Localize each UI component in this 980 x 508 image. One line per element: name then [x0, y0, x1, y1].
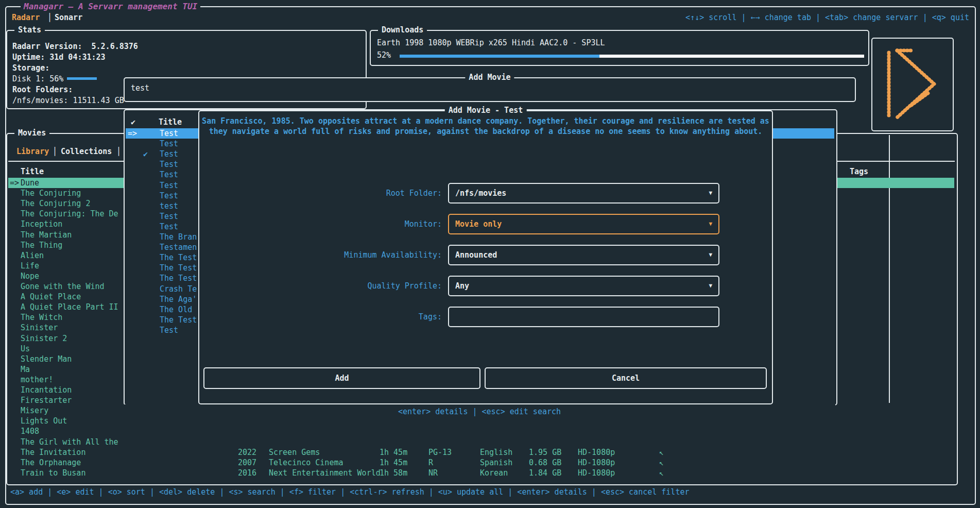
- result-title: test: [160, 201, 178, 211]
- search-input[interactable]: test: [131, 83, 149, 93]
- add-movie-search-panel: Add Movie test: [124, 77, 856, 102]
- movie-detail-row[interactable]: 2007Telecinco Cinema1h 45mRSpanish0.68 G…: [8, 458, 954, 468]
- movie-title: A Quiet Place Part II: [21, 302, 124, 312]
- result-title: Test: [160, 191, 178, 201]
- tab-sonarr[interactable]: Sonarr: [55, 13, 82, 22]
- field-label: Quality Profile:: [204, 276, 442, 296]
- result-title: Test: [160, 325, 178, 335]
- movie-title: The Thing: [21, 240, 124, 250]
- disk-progress-bar: [67, 77, 97, 80]
- result-title: Test: [160, 159, 178, 170]
- result-title: Test: [160, 222, 178, 232]
- result-title: Test: [160, 170, 178, 180]
- stat-version: Radarr Version: 5.2.6.8376: [12, 41, 138, 52]
- movies-tab-divider-2: │: [116, 147, 121, 156]
- stat-disk: Disk 1: 56%: [12, 74, 63, 84]
- movie-title: Gone with the Wind: [21, 281, 124, 292]
- movie-year: 2007: [238, 458, 256, 468]
- movie-rating: PG-13: [428, 447, 452, 458]
- field-value: Any: [455, 281, 469, 291]
- stat-uptime: Uptime: 31d 04:31:23: [12, 52, 106, 63]
- movie-language: English: [480, 447, 512, 458]
- movie-title: The Witch: [21, 312, 124, 323]
- field-dropdown[interactable]: Movie only▼: [448, 214, 719, 234]
- field-input[interactable]: [448, 307, 719, 327]
- field-dropdown[interactable]: /nfs/movies▼: [448, 183, 719, 204]
- movie-studio: Next Entertainment World: [269, 468, 381, 478]
- download-progress-bar: [400, 55, 864, 58]
- result-title: Test: [160, 211, 178, 222]
- field-dropdown[interactable]: Announced▼: [448, 245, 719, 265]
- movie-detail-row[interactable]: 2022Screen Gems1h 45mPG-13English1.95 GB…: [8, 447, 954, 458]
- title-column-header: Title: [21, 167, 44, 176]
- result-title: The Bran: [160, 232, 197, 242]
- result-title: The Test: [160, 263, 197, 273]
- tab-library[interactable]: Library: [16, 147, 49, 156]
- result-title: Test: [160, 139, 178, 149]
- result-title: Crash Te: [160, 284, 197, 294]
- movie-title: Nope: [21, 271, 124, 281]
- movie-size: 1.84 GB: [529, 468, 561, 478]
- tag-icon: ↖: [659, 447, 664, 458]
- result-title: Test: [160, 180, 178, 191]
- movie-language: Korean: [480, 468, 508, 478]
- movie-title: The Conjuring: [21, 188, 124, 198]
- movie-title: Life: [21, 261, 124, 271]
- add-movie-panel-title: Add Movie: [465, 72, 514, 82]
- movies-tab-divider-1: │: [53, 147, 57, 156]
- stat-rootfolder: /nfs/movies: 11511.43 GB: [12, 95, 124, 106]
- monitored-check-icon: ✔: [143, 149, 148, 159]
- tab-collections[interactable]: Collections: [61, 147, 112, 156]
- chevron-down-icon: ▼: [709, 184, 712, 202]
- cancel-button[interactable]: Cancel: [485, 367, 767, 389]
- add-movie-modal: Add Movie - Test San Francisco, 1985. Tw…: [198, 110, 773, 404]
- stat-storage-label: Storage:: [12, 63, 49, 74]
- movie-studio: Telecinco Cinema: [269, 458, 343, 468]
- downloads-panel: Downloads Earth 1998 1080p WEBRip x265 H…: [370, 30, 869, 66]
- result-title: Test: [160, 128, 178, 139]
- movie-title: The Girl with All the: [21, 437, 124, 447]
- bottom-help-bar: <a> add | <e> edit | <o> sort | <del> de…: [10, 487, 690, 497]
- movie-title: Incantation: [21, 385, 124, 395]
- movie-runtime: 1h 58m: [380, 468, 407, 478]
- movie-rating: R: [428, 458, 433, 468]
- results-check-header: ✔: [131, 117, 135, 127]
- chevron-down-icon: ▼: [709, 246, 712, 264]
- tab-radarr[interactable]: Radarr: [12, 13, 40, 22]
- field-label: Tags:: [204, 307, 442, 327]
- field-label: Monitor:: [204, 214, 442, 234]
- field-label: Root Folder:: [204, 183, 442, 204]
- movie-title: Slender Man: [21, 354, 124, 364]
- add-button[interactable]: Add: [203, 367, 480, 389]
- download-progress-fill: [400, 55, 599, 58]
- result-title: The Aga': [160, 294, 197, 304]
- logo-panel: [871, 38, 954, 131]
- movie-detail-row[interactable]: 2016Next Entertainment World1h 58mNRKore…: [8, 468, 954, 478]
- results-help-strip: <enter> details | <esc> edit search: [124, 404, 835, 446]
- movie-title: Sinister 2: [21, 333, 124, 344]
- movie-title: Ma: [21, 364, 124, 375]
- stats-panel-title: Stats: [14, 25, 45, 35]
- field-dropdown[interactable]: Any▼: [448, 276, 719, 296]
- movie-title: The Conjuring: The De: [21, 209, 124, 219]
- movie-year: 2022: [238, 447, 256, 458]
- field-value: Announced: [455, 250, 497, 260]
- movie-quality: HD-1080p: [578, 447, 615, 458]
- app-title: Managarr — A Servarr management TUI: [21, 2, 200, 11]
- movie-studio: Screen Gems: [269, 447, 320, 458]
- movie-overview-line2: they navigate a world full of risks and …: [199, 127, 772, 136]
- field-label: Minimum Availability:: [204, 245, 442, 265]
- modal-title: Add Movie - Test: [445, 105, 527, 115]
- movie-runtime: 1h 45m: [380, 447, 407, 458]
- movie-overview-line1: San Francisco, 1985. Two opposites attra…: [199, 116, 772, 126]
- download-item: Earth 1998 1080p WEBRip x265 Hindi AAC2.…: [377, 38, 605, 47]
- top-help-bar: <↑↓> scroll | ←→ change tab | <tab> chan…: [685, 13, 969, 22]
- movie-size: 1.95 GB: [529, 447, 561, 458]
- chevron-down-icon: ▼: [709, 277, 712, 295]
- tags-column-header: Tags: [850, 167, 868, 176]
- tab-divider: │: [47, 13, 52, 22]
- movie-title: A Quiet Place: [21, 292, 124, 302]
- movie-rating: NR: [428, 468, 438, 478]
- movie-title: mother!: [21, 375, 124, 385]
- movie-title: Alien: [21, 250, 124, 261]
